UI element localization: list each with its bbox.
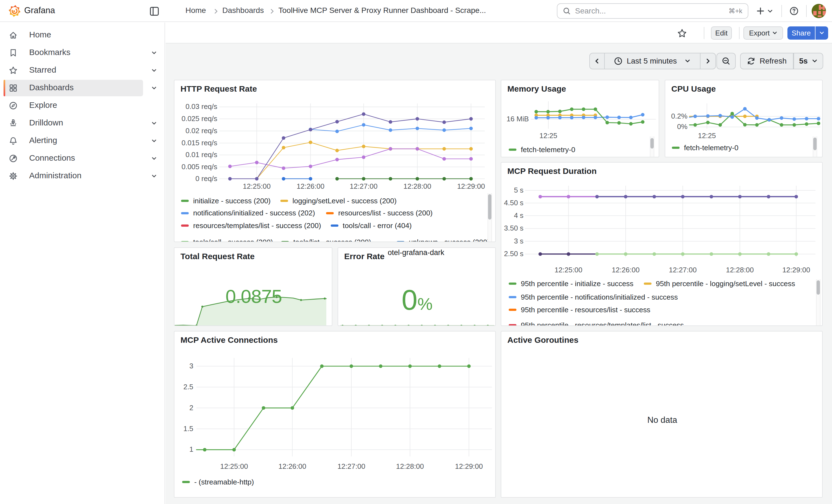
svg-text:12:27:00: 12:27:00 — [350, 182, 378, 190]
svg-text:12:29:00: 12:29:00 — [455, 462, 483, 471]
svg-text:0.03 req/s: 0.03 req/s — [185, 102, 217, 111]
svg-text:0.2%: 0.2% — [671, 112, 687, 120]
svg-text:12:28:00: 12:28:00 — [396, 462, 424, 471]
svg-text:3: 3 — [189, 362, 193, 370]
svg-text:12:25:00: 12:25:00 — [243, 182, 271, 190]
svg-text:12:26:00: 12:26:00 — [279, 462, 306, 471]
svg-text:0.01 req/s: 0.01 req/s — [185, 151, 217, 159]
svg-text:2: 2 — [189, 404, 193, 412]
svg-text:1.5: 1.5 — [183, 424, 193, 433]
svg-text:12:28:00: 12:28:00 — [726, 266, 754, 274]
svg-text:5 s: 5 s — [514, 186, 524, 194]
svg-text:12:26:00: 12:26:00 — [296, 182, 324, 190]
svg-text:0.02 req/s: 0.02 req/s — [185, 127, 217, 135]
svg-text:16 MiB: 16 MiB — [506, 115, 529, 123]
svg-text:3 s: 3 s — [514, 237, 524, 245]
svg-text:12:27:00: 12:27:00 — [669, 266, 697, 274]
svg-text:0.015 req/s: 0.015 req/s — [182, 139, 217, 147]
svg-text:0%: 0% — [677, 123, 687, 131]
svg-text:1: 1 — [189, 445, 193, 453]
svg-text:12:25:00: 12:25:00 — [220, 462, 248, 471]
svg-text:12:25:00: 12:25:00 — [555, 266, 582, 274]
svg-text:12:29:00: 12:29:00 — [457, 182, 485, 190]
svg-text:2.5: 2.5 — [183, 383, 193, 391]
svg-text:12:29:00: 12:29:00 — [782, 266, 810, 274]
svg-text:12:25: 12:25 — [698, 132, 716, 140]
svg-text:12:25: 12:25 — [539, 132, 557, 140]
svg-text:0 req/s: 0 req/s — [196, 175, 217, 183]
svg-text:12:27:00: 12:27:00 — [337, 462, 365, 471]
svg-text:0.025 req/s: 0.025 req/s — [182, 114, 217, 123]
svg-text:12:26:00: 12:26:00 — [612, 266, 640, 274]
svg-text:4.50 s: 4.50 s — [504, 198, 524, 207]
svg-text:4 s: 4 s — [514, 211, 524, 219]
svg-text:2.50 s: 2.50 s — [504, 249, 524, 258]
svg-text:12:28:00: 12:28:00 — [404, 182, 431, 190]
svg-text:3.50 s: 3.50 s — [504, 224, 524, 232]
svg-text:0.005 req/s: 0.005 req/s — [182, 163, 217, 171]
